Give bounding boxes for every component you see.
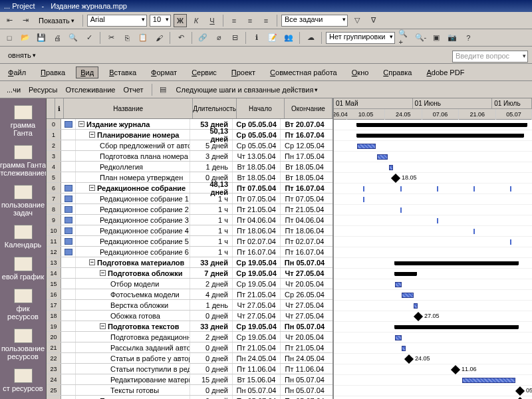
task-name-cell[interactable]: Редакционное собрание 4 bbox=[76, 225, 190, 235]
task-row[interactable]: 19−Подготовка текстов33 днейСр 19.05.04П… bbox=[47, 321, 332, 332]
end-cell[interactable]: Пт 16.07.04 bbox=[281, 183, 329, 193]
row-number[interactable]: 12 bbox=[47, 247, 61, 257]
row-number[interactable]: 23 bbox=[47, 364, 61, 374]
menu-проект[interactable]: Проект bbox=[227, 67, 259, 78]
task-row[interactable]: 15Отбор модели2 днейСр 19.05.04Чт 20.05.… bbox=[47, 279, 332, 289]
open-icon[interactable]: 📂 bbox=[19, 31, 32, 45]
task-row[interactable]: 26Подготовка материалов завер0 днейПн 05… bbox=[47, 396, 332, 399]
start-cell[interactable]: Вт 18.05.04 bbox=[233, 172, 281, 182]
task-name-cell[interactable]: Отбор модели bbox=[76, 279, 190, 289]
task-name-cell[interactable]: Обожка готова bbox=[76, 311, 190, 321]
recurring-tick[interactable] bbox=[510, 186, 511, 192]
task-name-cell[interactable]: Статьи поступили в редак bbox=[76, 364, 190, 374]
row-number[interactable]: 16 bbox=[47, 289, 61, 299]
row-number[interactable]: 17 bbox=[47, 300, 61, 310]
task-name-cell[interactable]: Рассылка заданий авторам bbox=[76, 342, 190, 352]
assign-resources-icon[interactable]: 👥 bbox=[282, 31, 295, 45]
recurring-tick[interactable] bbox=[510, 239, 511, 245]
publish-icon[interactable]: ☁ bbox=[304, 31, 317, 45]
gantt-row[interactable] bbox=[334, 269, 532, 279]
start-cell[interactable]: Пт 11.06.04 bbox=[233, 364, 281, 374]
group-by-select[interactable]: Нет группировки bbox=[326, 32, 395, 44]
duration-cell[interactable]: 0 дней bbox=[190, 385, 233, 395]
end-cell[interactable]: Ср 12.05.04 bbox=[281, 140, 329, 150]
row-number[interactable]: 11 bbox=[47, 236, 61, 246]
menu-вид[interactable]: Вид bbox=[76, 66, 98, 78]
start-cell[interactable]: Чт 13.05.04 bbox=[233, 151, 281, 161]
end-cell[interactable]: Вт 20.07.04 bbox=[281, 119, 329, 129]
viewbar-item[interactable]: пользование ресурсов bbox=[0, 325, 46, 364]
gantt-row[interactable] bbox=[334, 152, 532, 162]
row-number[interactable]: 1 bbox=[47, 130, 61, 140]
gantt-row[interactable] bbox=[334, 301, 532, 311]
viewbar-item[interactable]: фик ресурсов bbox=[0, 285, 46, 325]
row-number[interactable]: 7 bbox=[47, 194, 61, 203]
task-name-cell[interactable]: −Редакционное собрание bbox=[76, 183, 190, 193]
start-cell[interactable]: Пт 02.07.04 bbox=[233, 236, 281, 246]
duration-cell[interactable]: 1 день bbox=[190, 300, 233, 310]
recurring-tick[interactable] bbox=[400, 186, 402, 192]
end-cell[interactable]: Чт 27.05.04 bbox=[281, 311, 329, 321]
start-cell[interactable]: Пн 05.07.04 bbox=[233, 385, 281, 395]
start-cell[interactable]: Пт 18.06.04 bbox=[233, 225, 281, 235]
menu-совместная работа[interactable]: Совместная работа bbox=[266, 67, 341, 78]
header-duration[interactable]: Длительность bbox=[193, 98, 237, 118]
indent-icon[interactable]: ⇥ bbox=[19, 14, 32, 27]
task-row[interactable]: 1−Планирование номера50,13 днейСр 05.05.… bbox=[47, 130, 332, 140]
copy-icon[interactable]: ⎘ bbox=[120, 31, 134, 45]
duration-cell[interactable]: 0 дней bbox=[190, 396, 233, 399]
end-cell[interactable]: Пт 11.06.04 bbox=[281, 364, 329, 374]
task-row[interactable]: 4Редколлегия1 деньВт 18.05.04Вт 18.05.04 bbox=[47, 162, 332, 172]
task-name-cell[interactable]: Подготовка плана номера bbox=[76, 151, 190, 161]
new-icon[interactable]: □ bbox=[3, 31, 16, 45]
start-cell[interactable]: Пн 24.05.04 bbox=[233, 353, 281, 363]
link-icon[interactable]: 🔗 bbox=[196, 31, 209, 45]
duration-cell[interactable]: 50,13 дней bbox=[190, 130, 233, 140]
task-name-cell[interactable]: −Подготовка текстов bbox=[76, 321, 190, 331]
duration-cell[interactable]: 33 дней bbox=[190, 321, 233, 331]
row-number[interactable]: 18 bbox=[47, 311, 61, 321]
end-cell[interactable]: Пн 05.07.04 bbox=[281, 396, 329, 399]
task-bar[interactable] bbox=[414, 303, 418, 309]
recurring-tick[interactable] bbox=[473, 229, 475, 234]
start-cell[interactable]: Пт 07.05.04 bbox=[233, 194, 281, 203]
task-name-cell[interactable]: Сбор предложений от авторов bbox=[76, 140, 190, 150]
task-row[interactable]: 16Фотосъемка модели4 днейПт 21.05.04Ср 2… bbox=[47, 289, 332, 300]
header-start[interactable]: Начало bbox=[237, 98, 285, 118]
duration-cell[interactable]: 1 ч bbox=[190, 247, 233, 257]
task-row[interactable]: 21Рассылка заданий авторам0 днейПт 21.05… bbox=[47, 342, 332, 353]
task-row[interactable]: 17Верстка обложки1 деньЧт 27.05.04Чт 27.… bbox=[47, 300, 332, 311]
task-name-cell[interactable]: Редакционное собрание 2 bbox=[76, 204, 190, 214]
task-row[interactable]: 3Подготовка плана номера3 днейЧт 13.05.0… bbox=[47, 151, 332, 162]
recurring-tick[interactable] bbox=[437, 186, 438, 192]
task-name-cell[interactable]: Статьи в работе у авторо bbox=[76, 353, 190, 363]
task-name-cell[interactable]: Фотосъемка модели bbox=[76, 289, 190, 299]
duration-cell[interactable]: 3 дней bbox=[190, 151, 233, 161]
task-notes-icon[interactable]: 📝 bbox=[266, 31, 279, 45]
cut-icon[interactable]: ✂ bbox=[104, 31, 118, 45]
task-name-cell[interactable]: План номера утвержден bbox=[76, 172, 190, 182]
end-cell[interactable]: Чт 27.05.04 bbox=[281, 300, 329, 310]
start-cell[interactable]: Пн 05.07.04 bbox=[233, 396, 281, 399]
gantt-row[interactable] bbox=[334, 343, 532, 354]
start-cell[interactable]: Пт 07.05.04 bbox=[233, 183, 281, 193]
milestone[interactable] bbox=[515, 386, 525, 396]
summary-bar[interactable] bbox=[357, 123, 527, 127]
end-cell[interactable]: Чт 27.05.04 bbox=[281, 268, 329, 278]
duration-cell[interactable]: 0 дней bbox=[190, 364, 233, 374]
end-cell[interactable]: Пт 16.07.04 bbox=[281, 247, 329, 257]
guide-icon[interactable]: ▤ bbox=[156, 83, 170, 96]
header-rownum[interactable] bbox=[47, 98, 55, 118]
recurring-tick[interactable] bbox=[363, 186, 364, 192]
gantt-row[interactable] bbox=[334, 332, 532, 343]
viewbar-item[interactable]: евой график bbox=[0, 253, 46, 285]
task-row[interactable]: 7Редакционное собрание 11 чПт 07.05.04Пт… bbox=[47, 194, 332, 204]
unlink-icon[interactable]: ⌀ bbox=[212, 31, 225, 45]
task-name-cell[interactable]: Подготовка редакционных bbox=[76, 332, 190, 342]
font-size-select[interactable]: 10 bbox=[150, 15, 171, 27]
gantt-row[interactable] bbox=[334, 237, 532, 247]
row-number[interactable]: 6 bbox=[47, 183, 61, 193]
format-painter-icon[interactable]: 🖌 bbox=[152, 31, 166, 45]
level-dropdown[interactable]: овнять bbox=[4, 50, 40, 61]
end-cell[interactable]: Пн 05.07.04 bbox=[281, 385, 329, 395]
